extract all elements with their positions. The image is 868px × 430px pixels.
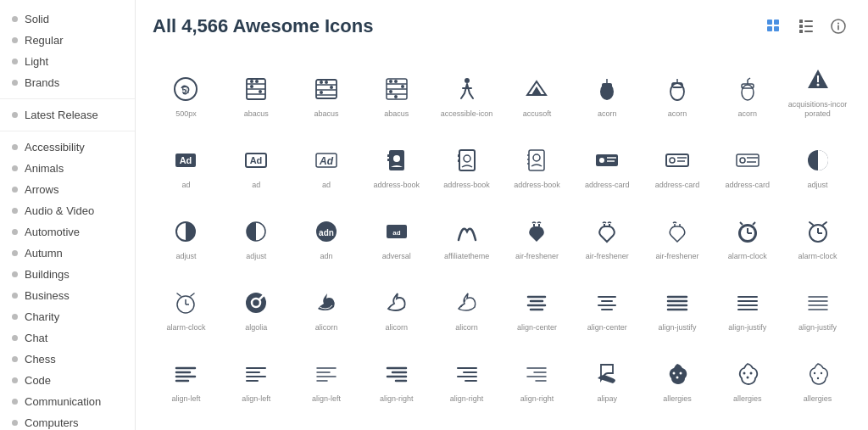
icon-500px[interactable]: 5⃝ 500px bbox=[153, 56, 220, 124]
icon-alipay[interactable]: alipay bbox=[574, 341, 641, 409]
ad1-icon: Ad bbox=[170, 145, 201, 176]
sidebar-item-chess[interactable]: Chess bbox=[0, 349, 135, 370]
icon-address-book-1[interactable]: address-book bbox=[363, 127, 430, 195]
icon-label: align-right bbox=[450, 394, 484, 404]
icon-aligncenter-1[interactable]: align-center bbox=[504, 270, 570, 338]
aligncenter2-icon bbox=[592, 288, 622, 318]
icon-alignright-3[interactable]: align-right bbox=[504, 341, 570, 409]
sidebar-item-solid[interactable]: Solid bbox=[0, 8, 135, 30]
icon-allergies-2[interactable]: allergies bbox=[714, 341, 781, 409]
icon-label: align-justify bbox=[728, 323, 766, 332]
svg-rect-2 bbox=[767, 26, 772, 31]
icon-alarmclock-2[interactable]: alarm-clock bbox=[784, 198, 851, 266]
alicorn2-icon bbox=[381, 288, 412, 318]
svg-rect-9 bbox=[804, 31, 813, 32]
icon-abacus-2[interactable]: abacus bbox=[293, 56, 360, 124]
icon-allergies-1[interactable]: allergies bbox=[644, 341, 711, 409]
sidebar-dot bbox=[12, 59, 18, 64]
icon-amazon-pay[interactable]: pay amazon-pay bbox=[223, 412, 290, 430]
svg-point-22 bbox=[259, 90, 262, 93]
icon-airfreshener-1[interactable]: air-freshener bbox=[504, 198, 570, 266]
sidebar-dot bbox=[12, 420, 18, 426]
adjust3-icon bbox=[241, 216, 271, 247]
icon-acorn-2[interactable]: acorn bbox=[644, 56, 711, 124]
sidebar-style-group: Solid Regular Light Brands bbox=[0, 8, 135, 93]
sidebar-item-communication[interactable]: Communication bbox=[0, 391, 135, 412]
icon-alicorn-2[interactable]: alicorn bbox=[363, 270, 430, 338]
svg-point-28 bbox=[325, 81, 328, 84]
icon-alignleft-3[interactable]: align-left bbox=[293, 341, 360, 409]
icon-alignright-1[interactable]: align-right bbox=[363, 341, 430, 409]
icon-amazon[interactable]: a amazon bbox=[153, 412, 220, 430]
icon-airfreshener-3[interactable]: air-freshener bbox=[644, 198, 711, 266]
icon-allergies-3[interactable]: allergies bbox=[784, 341, 851, 409]
sidebar-dot bbox=[12, 335, 18, 341]
icon-accessible[interactable]: accessible-icon bbox=[433, 56, 500, 124]
icon-ad-1[interactable]: Ad ad bbox=[153, 127, 220, 195]
sidebar-dot bbox=[12, 314, 18, 320]
icon-acorn-3[interactable]: acorn bbox=[714, 56, 781, 124]
icon-abacus-1[interactable]: abacus bbox=[223, 56, 290, 124]
icon-adjust-3[interactable]: adjust bbox=[223, 198, 290, 266]
sidebar-item-regular[interactable]: Regular bbox=[0, 30, 135, 51]
sidebar-item-audio-video[interactable]: Audio & Video bbox=[0, 200, 135, 221]
sidebar-item-label: Automotive bbox=[25, 226, 80, 238]
sidebar-item-code[interactable]: Code bbox=[0, 370, 135, 391]
icon-accusoft[interactable]: accusoft bbox=[504, 56, 570, 124]
icon-airfreshener-2[interactable]: air-freshener bbox=[574, 198, 641, 266]
sidebar-item-latest-release[interactable]: Latest Release bbox=[0, 104, 135, 126]
sidebar-item-computers[interactable]: Computers bbox=[0, 412, 135, 430]
icon-abacus-3[interactable]: abacus bbox=[363, 56, 430, 124]
svg-point-30 bbox=[320, 91, 323, 94]
icon-alignright-2[interactable]: align-right bbox=[433, 341, 500, 409]
svg-point-163 bbox=[813, 372, 815, 374]
icon-algolia[interactable]: algolia bbox=[223, 270, 290, 338]
svg-rect-73 bbox=[596, 154, 618, 166]
sidebar-item-automotive[interactable]: Automotive bbox=[0, 221, 135, 243]
icon-label: abacus bbox=[314, 109, 338, 119]
info-button[interactable] bbox=[826, 14, 851, 39]
icon-alignjustify-1[interactable]: align-justify bbox=[644, 270, 711, 338]
icon-ambulance[interactable]: + ambulance bbox=[293, 412, 360, 430]
sidebar-item-light[interactable]: Light bbox=[0, 51, 135, 72]
grid-view-button[interactable] bbox=[761, 14, 787, 39]
icon-alignjustify-2[interactable]: align-justify bbox=[714, 270, 781, 338]
sidebar-item-animals[interactable]: Animals bbox=[0, 158, 135, 179]
icon-label: alicorn bbox=[315, 323, 338, 332]
icon-adjust-2[interactable]: adjust bbox=[153, 198, 220, 266]
svg-point-162 bbox=[746, 377, 748, 379]
icon-address-book-3[interactable]: address-book bbox=[504, 127, 570, 195]
icon-ad-3[interactable]: Ad ad bbox=[293, 127, 360, 195]
list-view-button[interactable] bbox=[793, 14, 819, 39]
sidebar-item-business[interactable]: Business bbox=[0, 285, 135, 306]
icon-aligncenter-2[interactable]: align-center bbox=[574, 270, 641, 338]
svg-rect-66 bbox=[458, 154, 460, 157]
sidebar-item-brands[interactable]: Brands bbox=[0, 72, 135, 93]
icon-alicorn-1[interactable]: alicorn bbox=[293, 270, 360, 338]
icon-adjust-1[interactable]: adjust bbox=[784, 127, 851, 195]
sidebar-item-buildings[interactable]: Buildings bbox=[0, 264, 135, 285]
icon-address-book-2[interactable]: address-book bbox=[433, 127, 500, 195]
icon-ad-2[interactable]: Ad ad bbox=[223, 127, 290, 195]
icon-adn[interactable]: adn adn bbox=[293, 198, 360, 266]
sidebar-item-arrows[interactable]: Arrows bbox=[0, 179, 135, 200]
sidebar-item-charity[interactable]: Charity bbox=[0, 306, 135, 327]
icon-affiliatetheme[interactable]: affiliatetheme bbox=[433, 198, 500, 266]
icon-alignleft-2[interactable]: align-left bbox=[223, 341, 290, 409]
icon-adversal[interactable]: ad adversal bbox=[363, 198, 430, 266]
sidebar-item-accessibility[interactable]: Accessibility bbox=[0, 137, 135, 158]
sidebar-item-chat[interactable]: Chat bbox=[0, 327, 135, 349]
icon-alicorn-3[interactable]: alicorn bbox=[433, 270, 500, 338]
sidebar-item-autumn[interactable]: Autumn bbox=[0, 243, 135, 264]
icon-acquisitions[interactable]: acquisitions-incorporated bbox=[784, 56, 851, 124]
sidebar-item-label: Accessibility bbox=[25, 141, 85, 154]
icon-address-card-1[interactable]: address-card bbox=[574, 127, 641, 195]
icon-alignjustify-3[interactable]: align-justify bbox=[784, 270, 851, 338]
icon-address-card-2[interactable]: address-card bbox=[644, 127, 711, 195]
svg-point-40 bbox=[465, 78, 470, 83]
icon-address-card-3[interactable]: address-card bbox=[714, 127, 781, 195]
icon-alarmclock-3[interactable]: alarm-clock bbox=[153, 270, 220, 338]
icon-alignleft-1[interactable]: align-left bbox=[153, 341, 220, 409]
icon-acorn-1[interactable]: acorn bbox=[574, 56, 641, 124]
icon-alarmclock-1[interactable]: alarm-clock bbox=[714, 198, 781, 266]
